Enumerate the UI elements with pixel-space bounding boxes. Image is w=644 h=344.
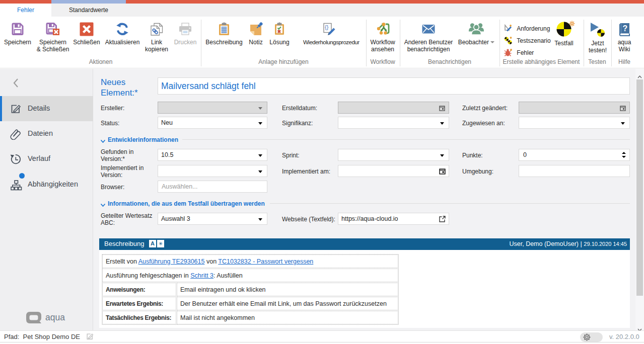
svg-text:{}: {}: [325, 24, 329, 30]
svg-text:?: ?: [623, 24, 628, 33]
